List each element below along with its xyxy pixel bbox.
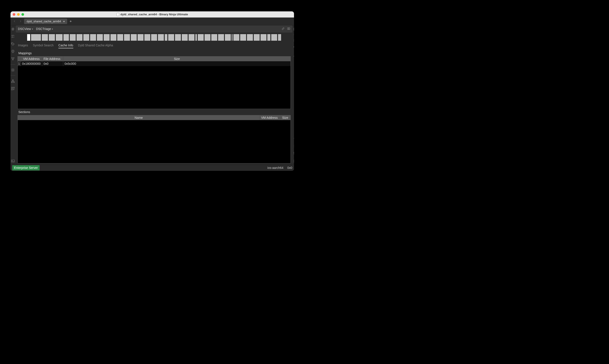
list-icon[interactable]	[293, 144, 294, 149]
mem-segment[interactable]	[260, 34, 266, 41]
col-vm-address[interactable]: VM Address	[21, 56, 42, 61]
mem-segment[interactable]	[195, 34, 197, 41]
nav-forward-button[interactable]	[18, 19, 23, 24]
document-icon	[117, 13, 119, 16]
mem-segment[interactable]	[90, 34, 96, 41]
mem-segment[interactable]	[117, 34, 123, 41]
svg-rect-9	[11, 87, 13, 88]
new-tab-button[interactable]: ＋	[68, 19, 73, 24]
collab-icon[interactable]	[293, 53, 294, 58]
mem-segment[interactable]	[49, 34, 55, 41]
mem-segment[interactable]	[104, 34, 110, 41]
mem-segment[interactable]	[151, 34, 157, 41]
mem-segment[interactable]	[42, 34, 48, 41]
col-file-address[interactable]: File Address	[42, 56, 63, 61]
mem-segment[interactable]	[278, 34, 281, 41]
view-subtype-dropdown[interactable]: DSCTriage ▾	[36, 27, 53, 31]
mem-segment[interactable]	[205, 34, 210, 41]
architecture-label[interactable]: ios-aarch64	[267, 166, 283, 169]
close-window-button[interactable]	[13, 13, 15, 16]
mem-segment[interactable]	[198, 34, 204, 41]
body: DSCView ▾ DSCTriage ▾	[11, 25, 294, 165]
minimize-window-button[interactable]	[17, 13, 20, 16]
history-icon[interactable]	[293, 151, 294, 156]
mem-segment[interactable]	[83, 34, 89, 41]
tab-cache-info[interactable]: Cache Info	[58, 43, 73, 48]
mem-segment[interactable]	[144, 34, 150, 41]
mem-segment[interactable]	[110, 34, 116, 41]
mem-segment[interactable]	[267, 34, 270, 41]
sections-label: Sections	[16, 109, 292, 115]
mem-segment[interactable]	[247, 34, 253, 41]
graph-icon[interactable]	[11, 56, 15, 61]
file-tab[interactable]: dyld_shared_cache_arm64 ●	[24, 19, 67, 24]
variable-icon[interactable]	[293, 27, 294, 31]
link-icon[interactable]	[282, 27, 285, 31]
col-name[interactable]: Name	[18, 115, 260, 120]
mem-segment[interactable]	[254, 34, 260, 41]
tab-images[interactable]: Images	[18, 43, 28, 48]
svg-rect-13	[288, 27, 289, 29]
xrefs-icon[interactable]	[293, 45, 294, 50]
mem-segment[interactable]	[97, 34, 103, 41]
mem-segment[interactable]	[218, 34, 224, 41]
components-icon[interactable]	[11, 86, 15, 91]
search-icon[interactable]	[293, 136, 294, 141]
mem-segment[interactable]	[77, 34, 82, 41]
mem-segment[interactable]	[158, 34, 164, 41]
tag-icon[interactable]	[11, 41, 15, 46]
mem-segment[interactable]	[182, 34, 188, 41]
mem-segment[interactable]	[138, 34, 143, 41]
traffic-lights	[13, 13, 24, 16]
mappings-body[interactable]: 1 0x180000000 0x0 0x5c000	[18, 61, 290, 109]
memory-map[interactable]	[16, 34, 292, 41]
console-icon[interactable]	[11, 159, 15, 163]
col-index[interactable]	[18, 56, 21, 61]
mem-segment[interactable]	[27, 34, 30, 41]
nav-back-button[interactable]	[12, 19, 17, 24]
mem-segment[interactable]	[168, 34, 174, 41]
split-icon[interactable]	[287, 27, 290, 31]
mem-segment[interactable]	[211, 34, 217, 41]
hash-icon[interactable]	[11, 27, 15, 31]
hierarchy-icon[interactable]	[11, 79, 15, 84]
mem-segment[interactable]	[31, 34, 41, 41]
mem-segment[interactable]	[131, 34, 137, 41]
quote-icon[interactable]	[293, 129, 294, 134]
col-size[interactable]: Size	[281, 115, 290, 120]
mem-segment[interactable]	[70, 34, 76, 41]
tab-modified-icon[interactable]: ●	[63, 19, 65, 23]
tab-dsc-alpha[interactable]: Dyld Shared Cache Alpha	[78, 43, 113, 48]
rail-separator	[11, 76, 15, 76]
col-size[interactable]: Size	[63, 56, 290, 61]
note-icon[interactable]	[293, 159, 294, 163]
mem-segment[interactable]	[165, 34, 167, 41]
right-rail	[293, 25, 294, 165]
sections-body[interactable]	[18, 120, 290, 163]
svg-rect-10	[13, 87, 14, 88]
mappings-label: Mappings	[16, 51, 292, 56]
mem-segment[interactable]	[64, 34, 69, 41]
mem-segment[interactable]	[232, 34, 233, 41]
address-label[interactable]: 0x0	[287, 166, 292, 169]
mem-segment[interactable]	[233, 34, 239, 41]
mem-segment[interactable]	[189, 34, 194, 41]
col-vm-address[interactable]: VM Address	[260, 115, 281, 120]
mem-segment[interactable]	[175, 34, 181, 41]
mem-segment[interactable]	[271, 34, 277, 41]
mem-segment[interactable]	[240, 34, 246, 41]
types-icon[interactable]	[11, 34, 15, 39]
view-type-dropdown[interactable]: DSCView ▾	[18, 27, 33, 31]
bug-icon[interactable]	[11, 68, 15, 72]
mem-segment[interactable]	[56, 34, 63, 41]
mem-segment[interactable]	[124, 34, 130, 41]
layers-icon[interactable]	[293, 38, 294, 43]
tab-symbol-search[interactable]: Symbol Search	[33, 43, 54, 48]
server-badge[interactable]: Enterprise Server	[12, 165, 39, 170]
cell-file-address: 0x0	[42, 61, 63, 66]
main-panel: DSCView ▾ DSCTriage ▾	[15, 25, 293, 165]
table-row[interactable]: 1 0x180000000 0x0 0x5c000	[18, 61, 290, 66]
location-icon[interactable]	[11, 49, 15, 54]
mem-segment[interactable]	[225, 34, 231, 41]
zoom-window-button[interactable]	[21, 13, 24, 16]
